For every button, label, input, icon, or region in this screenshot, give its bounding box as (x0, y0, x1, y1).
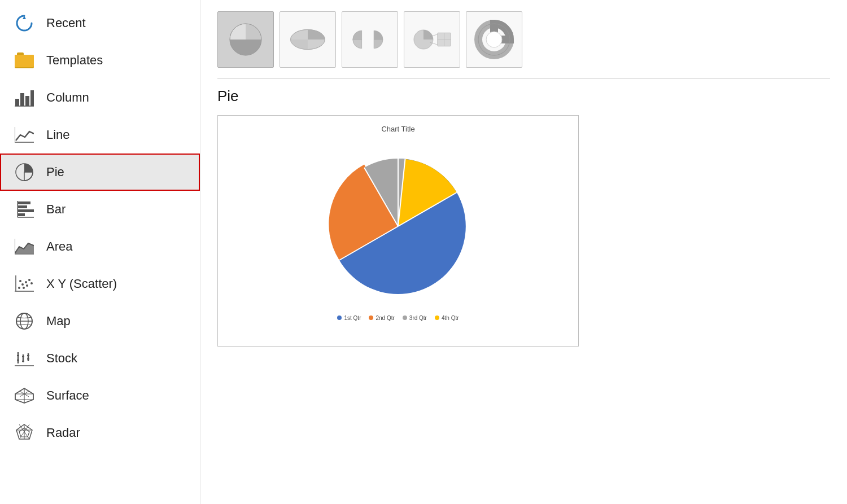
svg-point-27 (23, 287, 25, 289)
recent-icon (14, 12, 35, 34)
chart-subtype-pie3d[interactable] (280, 11, 336, 68)
sidebar: Recent Templates Column (0, 0, 200, 504)
chart-title: Chart Title (227, 125, 569, 133)
sidebar-item-label-radar: Radar (46, 426, 80, 440)
surface-icon (14, 385, 35, 406)
sidebar-item-label-surface: Surface (46, 388, 89, 403)
sidebar-item-label-area: Area (46, 239, 72, 254)
section-title: Pie (217, 87, 830, 105)
svg-point-21 (21, 283, 24, 286)
sidebar-item-area[interactable]: Area (0, 228, 200, 265)
sidebar-item-label-stock: Stock (46, 351, 77, 366)
svg-point-24 (28, 279, 30, 281)
svg-point-26 (30, 282, 33, 284)
sidebar-item-map[interactable]: Map (0, 303, 200, 340)
sidebar-item-label-templates: Templates (46, 53, 103, 68)
svg-rect-6 (30, 90, 34, 106)
scatter-icon (14, 273, 35, 295)
sidebar-item-bar[interactable]: Bar (0, 191, 200, 228)
sidebar-item-label-map: Map (46, 314, 71, 328)
legend-item-2: 2nd Qtr (369, 315, 394, 321)
legend-dot-3 (403, 315, 407, 320)
legend-dot-4 (435, 315, 439, 320)
pie-chart-container: 1st Qtr 2nd Qtr 3rd Qtr 4th Qtr (227, 138, 569, 327)
pie-icon (14, 161, 35, 183)
legend-item-1: 1st Qtr (337, 315, 361, 321)
svg-rect-2 (15, 55, 34, 67)
legend-label-1: 1st Qtr (344, 315, 361, 321)
sidebar-item-stock[interactable]: Stock (0, 340, 200, 377)
svg-rect-3 (15, 99, 19, 106)
legend-dot-1 (337, 315, 342, 320)
radar-icon (14, 422, 35, 444)
legend-label-4: 4th Qtr (442, 315, 459, 321)
stock-icon (14, 348, 35, 369)
sidebar-item-label-recent: Recent (46, 16, 86, 30)
sidebar-item-label-scatter: X Y (Scatter) (46, 277, 117, 291)
legend-item-4: 4th Qtr (435, 315, 459, 321)
svg-rect-12 (18, 205, 27, 208)
svg-rect-5 (25, 96, 29, 106)
sidebar-item-label-line: Line (46, 128, 70, 142)
sidebar-item-column[interactable]: Column (0, 79, 200, 116)
chart-subtype-pie2d[interactable] (217, 11, 274, 68)
legend-label-3: 3rd Qtr (409, 315, 427, 321)
sidebar-item-label-pie: Pie (46, 165, 64, 179)
chart-preview: Chart Title (217, 115, 579, 347)
legend-label-2: 2nd Qtr (376, 315, 394, 321)
pie-chart-svg (308, 144, 488, 308)
svg-point-20 (18, 287, 20, 289)
templates-icon (14, 50, 35, 71)
sidebar-item-label-bar: Bar (46, 202, 66, 217)
chart-type-row (217, 11, 830, 68)
sidebar-item-line[interactable]: Line (0, 116, 200, 154)
section-divider (217, 78, 830, 78)
sidebar-item-surface[interactable]: Surface (0, 377, 200, 414)
bar-icon (14, 199, 35, 220)
svg-rect-13 (18, 209, 34, 212)
sidebar-item-scatter[interactable]: X Y (Scatter) (0, 265, 200, 303)
sidebar-item-pie[interactable]: Pie (0, 154, 200, 191)
svg-rect-4 (20, 93, 24, 106)
area-icon (14, 236, 35, 257)
chart-subtype-pie-exploded[interactable] (342, 11, 398, 68)
svg-point-25 (26, 284, 28, 287)
svg-point-22 (19, 280, 21, 282)
line-icon (14, 124, 35, 146)
legend-dot-2 (369, 315, 373, 320)
sidebar-item-label-column: Column (46, 90, 89, 105)
chart-subtype-pie-of-pie[interactable] (404, 11, 460, 68)
svg-point-66 (486, 32, 502, 47)
column-icon (14, 87, 35, 108)
chart-legend: 1st Qtr 2nd Qtr 3rd Qtr 4th Qtr (337, 315, 459, 321)
chart-subtype-donut[interactable] (466, 11, 522, 68)
svg-point-23 (25, 281, 27, 283)
svg-rect-11 (18, 201, 30, 204)
map-icon (14, 310, 35, 332)
sidebar-item-recent[interactable]: Recent (0, 5, 200, 42)
sidebar-item-radar[interactable]: Radar (0, 414, 200, 452)
legend-item-3: 3rd Qtr (403, 315, 427, 321)
main-content: Pie Chart Title (200, 0, 847, 504)
svg-rect-14 (18, 213, 25, 216)
sidebar-item-templates[interactable]: Templates (0, 42, 200, 79)
